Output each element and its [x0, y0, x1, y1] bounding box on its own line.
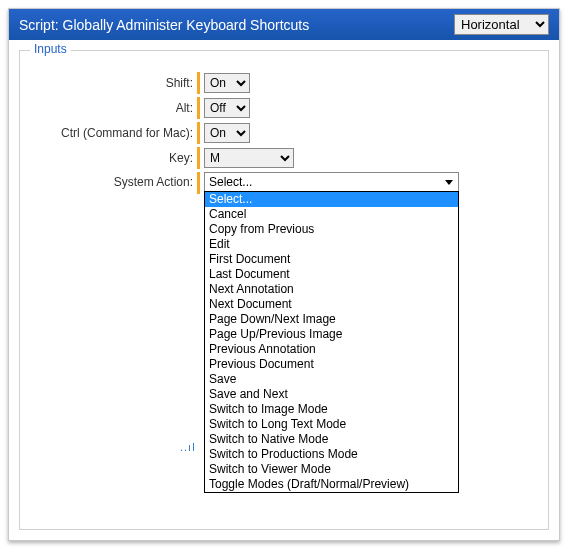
system-action-value: Select... [209, 175, 252, 189]
action-option[interactable]: Edit [205, 237, 458, 252]
accent-bar [197, 147, 200, 169]
panel-body: Inputs Shift: On Alt: Off Ctrl (Command … [9, 40, 559, 540]
ctrl-select[interactable]: On [204, 123, 250, 143]
system-action-select[interactable]: Select... [204, 172, 459, 192]
key-select[interactable]: M [204, 148, 294, 168]
row-alt: Alt: Off [32, 97, 536, 119]
action-option[interactable]: Previous Annotation [205, 342, 458, 357]
action-option[interactable]: Page Down/Next Image [205, 312, 458, 327]
inputs-section: Inputs Shift: On Alt: Off Ctrl (Command … [19, 50, 549, 530]
accent-bar [197, 97, 200, 119]
action-option[interactable]: Switch to Native Mode [205, 432, 458, 447]
panel-title: Script: Globally Administer Keyboard Sho… [19, 17, 309, 33]
accent-bar [197, 122, 200, 144]
orientation-select[interactable]: Horizontal [454, 14, 549, 35]
action-option[interactable]: Select... [205, 192, 458, 207]
label-action: System Action: [32, 172, 197, 189]
section-label: Inputs [30, 42, 71, 56]
accent-bar [197, 72, 200, 94]
action-option[interactable]: First Document [205, 252, 458, 267]
action-option[interactable]: Next Document [205, 297, 458, 312]
action-option[interactable]: Last Document [205, 267, 458, 282]
label-ctrl: Ctrl (Command for Mac): [32, 126, 197, 140]
action-option[interactable]: Save and Next [205, 387, 458, 402]
action-option[interactable]: Save [205, 372, 458, 387]
action-option[interactable]: Switch to Productions Mode [205, 447, 458, 462]
row-key: Key: M [32, 147, 536, 169]
row-ctrl: Ctrl (Command for Mac): On [32, 122, 536, 144]
action-option[interactable]: Toggle Modes (Draft/Normal/Preview) [205, 477, 458, 492]
panel-header: Script: Globally Administer Keyboard Sho… [9, 9, 559, 40]
row-action: System Action: Select... Select...Cancel… [32, 172, 536, 194]
label-shift: Shift: [32, 76, 197, 90]
action-option[interactable]: Switch to Image Mode [205, 402, 458, 417]
action-option[interactable]: Page Up/Previous Image [205, 327, 458, 342]
system-action-dropdown[interactable]: Select...CancelCopy from PreviousEditFir… [204, 191, 459, 493]
action-option[interactable]: Copy from Previous [205, 222, 458, 237]
shift-select[interactable]: On [204, 73, 250, 93]
action-option[interactable]: Cancel [205, 207, 458, 222]
script-panel: Script: Globally Administer Keyboard Sho… [8, 8, 560, 541]
accent-bar [197, 172, 200, 194]
alt-select[interactable]: Off [204, 98, 250, 118]
action-option[interactable]: Previous Document [205, 357, 458, 372]
action-option[interactable]: Switch to Viewer Mode [205, 462, 458, 477]
resize-grip-icon: ..ıl [180, 441, 196, 453]
label-alt: Alt: [32, 101, 197, 115]
row-shift: Shift: On [32, 72, 536, 94]
action-option[interactable]: Next Annotation [205, 282, 458, 297]
label-key: Key: [32, 151, 197, 165]
action-option[interactable]: Switch to Long Text Mode [205, 417, 458, 432]
